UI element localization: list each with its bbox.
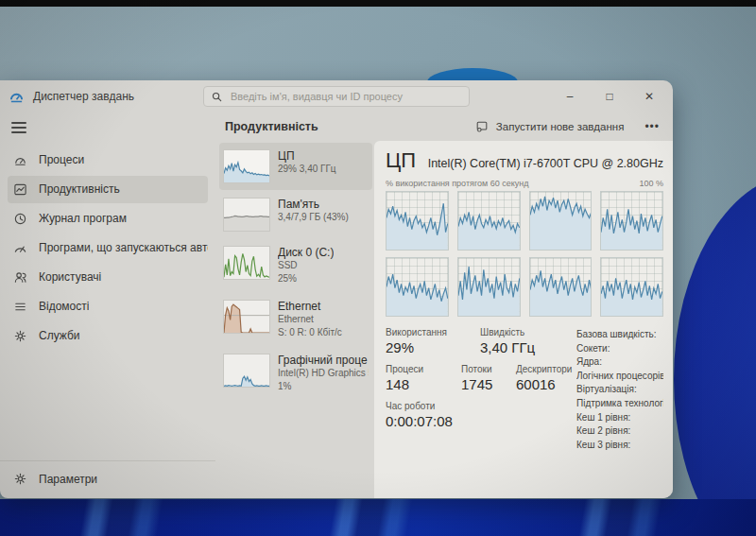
stat-speed: Швидкість 3,40 ГГц <box>480 327 563 355</box>
perf-item-title: ЦП <box>278 149 336 163</box>
performance-list: ЦП 29% 3,40 ГГц Пам'ять 3,4/7,9 ГБ (43%) <box>215 141 374 498</box>
content-area: Продуктивність Запустити нове завдання •… <box>215 112 673 498</box>
perf-item-detail: 29% 3,40 ГГц <box>278 163 336 176</box>
run-new-task-button[interactable]: Запустити нове завдання <box>475 120 625 133</box>
sidebar-item-label: Продуктивність <box>39 182 120 196</box>
logical-processor-chart <box>600 257 663 317</box>
perf-item-detail: S: 0 R: 0 Кбіт/с <box>278 326 342 339</box>
sidebar-item-users[interactable]: Користувачі <box>8 264 208 291</box>
spec-label: Логічних процесорів: <box>576 370 663 384</box>
logical-processors-chart-grid <box>386 191 663 317</box>
window-title: Диспетчер завдань <box>33 90 134 103</box>
app-history-icon <box>13 212 27 226</box>
stat-threads: Потоки 1745 <box>461 364 516 392</box>
cpu-stats: Використання 29% Швидкість 3,40 ГГц <box>386 327 563 452</box>
perf-item-title: Пам'ять <box>278 198 349 211</box>
logical-processor-chart <box>386 257 449 317</box>
stat-handles: Дескриптори 60016 <box>516 364 573 392</box>
spec-label: Кеш 1 рівня: <box>576 411 663 425</box>
logical-processor-chart <box>529 257 593 317</box>
sidebar-item-label: Журнал програм <box>39 212 127 225</box>
logical-processor-chart <box>457 191 521 251</box>
search-box[interactable] <box>203 86 470 107</box>
search-input[interactable] <box>229 90 461 103</box>
page-title: Продуктивність <box>225 120 318 133</box>
spec-label: Кеш 2 рівня: <box>576 424 663 439</box>
chart-max-label: 100 % <box>639 179 663 188</box>
search-icon <box>212 92 222 102</box>
stat-utilization: Використання 29% <box>386 327 480 355</box>
processes-icon <box>13 153 27 167</box>
titlebar: Диспетчер завдань – □ ✕ <box>0 80 673 112</box>
sidebar-item-performance[interactable]: Продуктивність <box>8 176 208 203</box>
cpu-detail-pane: ЦП Intel(R) Core(TM) i7-6700T CPU @ 2.80… <box>374 141 673 498</box>
perf-item-memory[interactable]: Пам'ять 3,4/7,9 ГБ (43%) <box>219 191 372 238</box>
ethernet-sparkline <box>223 300 270 334</box>
cpu-specs: Базова швидкість: Сокети: Ядра: Логічних… <box>576 327 663 452</box>
sidebar-item-label: Відомості <box>39 300 89 313</box>
perf-item-title: Графічний проце <box>278 354 369 367</box>
perf-item-gpu[interactable]: Графічний проце Intel(R) HD Graphics 53 … <box>219 347 372 400</box>
sidebar-item-label: Користувачі <box>39 270 101 284</box>
sidebar-footer: Параметри <box>0 460 215 494</box>
details-icon <box>13 300 27 314</box>
more-options-button[interactable]: ••• <box>644 120 660 133</box>
logical-processor-chart <box>600 191 663 251</box>
logical-processor-chart <box>386 191 449 251</box>
disk-sparkline <box>223 246 270 280</box>
users-icon <box>13 270 27 285</box>
spec-label: Ядра: <box>576 355 663 370</box>
logical-processor-chart <box>457 257 521 317</box>
stat-uptime: Час роботи 0:00:07:08 <box>386 401 563 429</box>
sidebar-item-label: Програми, що запускаються автомати <box>39 241 208 254</box>
sidebar-item-services[interactable]: Служби <box>8 322 208 350</box>
sidebar-item-startup-apps[interactable]: Програми, що запускаються автомати <box>8 234 208 262</box>
wallpaper-ribbons <box>0 499 756 536</box>
sidebar-divider <box>0 460 215 461</box>
gear-icon <box>13 472 27 486</box>
sidebar-item-app-history[interactable]: Журнал програм <box>8 205 208 233</box>
maximize-button[interactable]: □ <box>590 80 629 112</box>
sidebar-item-details[interactable]: Відомості <box>8 293 208 320</box>
perf-item-disk[interactable]: Диск 0 (C:) SSD 25% <box>219 239 372 292</box>
spec-label: Сокети: <box>576 342 663 356</box>
perf-item-detail: 25% <box>278 272 334 285</box>
spec-label: Кеш 3 рівня: <box>576 439 663 453</box>
spec-label: Підтримка технології Hyper-… <box>576 397 663 411</box>
logical-processor-chart <box>529 191 593 251</box>
sidebar-item-label: Служби <box>39 329 80 342</box>
perf-item-detail: Ethernet <box>278 313 342 326</box>
window-controls: – □ ✕ <box>550 80 669 112</box>
perf-item-detail: Intel(R) HD Graphics 53 <box>278 367 369 380</box>
screen-bezel <box>0 0 756 7</box>
services-icon <box>13 329 27 343</box>
task-manager-window: Диспетчер завдань – □ ✕ <box>0 80 673 498</box>
perf-item-detail: 3,4/7,9 ГБ (43%) <box>278 211 349 224</box>
perf-item-detail: 1% <box>278 380 369 393</box>
sidebar-item-settings[interactable]: Параметри <box>8 465 208 493</box>
spec-label: Віртуалізація: <box>576 383 663 397</box>
perf-item-cpu[interactable]: ЦП 29% 3,40 ГГц <box>219 143 372 190</box>
perf-item-title: Диск 0 (C:) <box>278 246 334 259</box>
perf-item-ethernet[interactable]: Ethernet Ethernet S: 0 R: 0 Кбіт/с <box>219 293 372 346</box>
cpu-chip-name: Intel(R) Core(TM) i7-6700T CPU @ 2.80GHz <box>428 157 663 170</box>
startup-apps-icon <box>13 241 27 255</box>
close-button[interactable]: ✕ <box>629 80 669 112</box>
cpu-heading: ЦП <box>386 148 416 173</box>
run-new-task-label: Запустити нове завдання <box>496 121 625 132</box>
gpu-sparkline <box>223 354 270 388</box>
photo-of-screen: Диспетчер завдань – □ ✕ <box>0 0 756 536</box>
chart-header-label: % використання протягом 60 секунд <box>386 179 528 188</box>
memory-sparkline <box>223 198 270 232</box>
content-header: Продуктивність Запустити нове завдання •… <box>215 112 673 141</box>
minimize-button[interactable]: – <box>550 80 590 112</box>
stat-processes: Процеси 148 <box>386 364 461 392</box>
hamburger-menu-icon[interactable] <box>11 122 26 133</box>
sidebar-item-processes[interactable]: Процеси <box>8 147 208 174</box>
perf-item-title: Ethernet <box>278 300 342 313</box>
sidebar-item-label: Процеси <box>39 153 84 166</box>
sidebar-item-label: Параметри <box>39 473 97 486</box>
run-new-task-icon <box>475 120 489 133</box>
cpu-sparkline <box>223 149 270 183</box>
perf-item-detail: SSD <box>278 259 334 272</box>
